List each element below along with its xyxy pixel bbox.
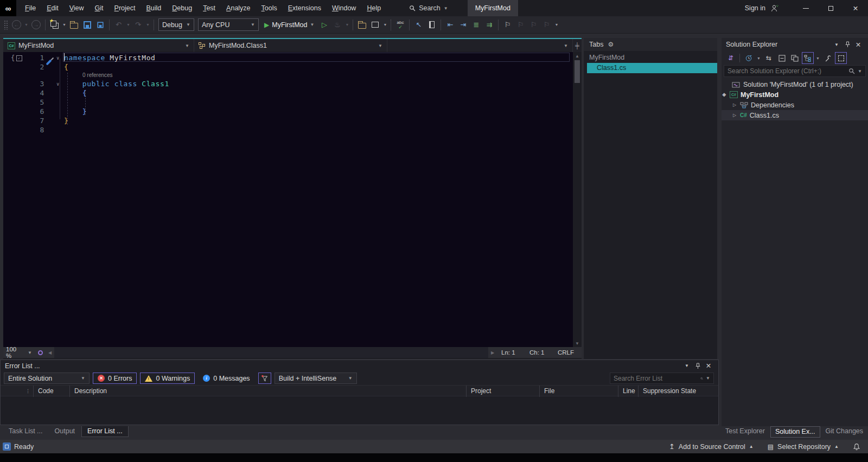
menu-test[interactable]: Test — [197, 0, 221, 16]
close-icon[interactable]: ✕ — [703, 362, 714, 370]
add-to-source-control-button[interactable]: ↥ Add to Source Control ▲ — [669, 442, 754, 451]
menu-file[interactable]: File — [20, 0, 41, 16]
decrease-indent-button[interactable]: ⇤ — [444, 18, 456, 31]
redo-button[interactable]: ↷ — [132, 18, 144, 31]
filter-button[interactable] — [258, 373, 271, 384]
errors-filter-button[interactable]: ✕ 0 Errors — [93, 373, 137, 384]
close-button[interactable]: ✕ — [843, 0, 868, 16]
scroll-up-arrow[interactable]: ▲ — [575, 52, 579, 60]
tab-solution-explorer[interactable]: Solution Ex... — [770, 426, 820, 438]
severity-column-icon[interactable]: ⋮ — [21, 386, 30, 397]
document-health-icon[interactable] — [35, 350, 46, 355]
expander-expanded-icon[interactable]: ◼ — [720, 91, 727, 98]
column-project[interactable]: Project — [466, 386, 491, 397]
notifications-bell-icon[interactable] — [853, 443, 860, 451]
tab-error-list[interactable]: Error List ... — [81, 426, 129, 437]
new-project-dropdown[interactable]: ▼ — [61, 18, 67, 31]
tab-output[interactable]: Output — [49, 426, 81, 437]
find-in-files-button[interactable] — [356, 18, 368, 31]
properties-button[interactable] — [822, 52, 834, 64]
chevron-down-icon[interactable]: ▼ — [831, 42, 842, 47]
open-file-button[interactable] — [68, 18, 80, 31]
preview-window-dropdown[interactable]: ▼ — [382, 18, 388, 31]
start-without-debugging-button[interactable]: ▷ — [318, 18, 330, 31]
chevron-down-icon[interactable]: ▼ — [681, 363, 692, 368]
filter-dropdown[interactable]: ▼ — [756, 52, 762, 65]
warnings-filter-button[interactable]: 0 Warnings — [140, 373, 195, 384]
column-file[interactable]: File — [539, 386, 554, 397]
undo-dropdown[interactable]: ▼ — [125, 18, 131, 31]
previous-bookmark-button[interactable]: ⚐ — [514, 18, 527, 31]
tree-item-class1[interactable]: ▷ C# Class1.cs — [722, 110, 868, 120]
messages-filter-button[interactable]: i 0 Messages — [198, 373, 254, 384]
menu-tools[interactable]: Tools — [256, 0, 283, 16]
increase-indent-button[interactable]: ⇥ — [457, 18, 469, 31]
menu-analyze[interactable]: Analyze — [221, 0, 256, 16]
scope-dropdown[interactable]: Entire Solution▼ — [4, 373, 90, 384]
preview-window-button[interactable] — [369, 18, 381, 31]
hot-reload-button[interactable]: ♨ — [331, 18, 343, 31]
clear-bookmarks-button[interactable]: ⚐ — [540, 18, 553, 31]
scroll-down-arrow[interactable]: ▼ — [575, 339, 579, 347]
code-editor[interactable]: {↙ 1 ∨ namespace MyFirstMod 2 — [3, 52, 573, 347]
expander-collapsed-icon[interactable]: ▷ — [732, 102, 737, 107]
drag-handle-icon[interactable] — [4, 20, 8, 30]
close-icon[interactable]: ✕ — [853, 41, 864, 49]
menu-view[interactable]: View — [64, 0, 90, 16]
solution-search-box[interactable]: ▼ — [724, 65, 866, 77]
tree-item-dependencies[interactable]: ▷ Dependencies — [722, 100, 868, 110]
hot-reload-dropdown[interactable]: ▼ — [344, 18, 350, 31]
navigate-back-button[interactable]: ← — [10, 18, 23, 31]
source-dropdown[interactable]: Build + IntelliSense▼ — [275, 373, 357, 384]
spell-check-button[interactable]: abc✓ — [394, 18, 406, 31]
pending-changes-filter-button[interactable] — [743, 52, 755, 64]
save-button[interactable] — [81, 18, 93, 31]
error-list-search-input[interactable] — [614, 375, 698, 382]
codelens-references[interactable]: 0 references — [82, 72, 113, 78]
pin-icon[interactable] — [692, 363, 703, 369]
minimize-button[interactable] — [793, 0, 818, 16]
tab-test-explorer[interactable]: Test Explorer — [721, 426, 769, 438]
select-repository-button[interactable]: ▤ Select Repository ▲ — [768, 443, 839, 451]
gear-icon[interactable]: ⚙ — [608, 41, 614, 48]
menu-extensions[interactable]: Extensions — [283, 0, 327, 16]
menu-debug[interactable]: Debug — [167, 0, 197, 16]
copy-view-button[interactable] — [789, 52, 801, 64]
expander-collapsed-icon[interactable]: ▷ — [732, 113, 737, 118]
format-document-button[interactable] — [425, 18, 438, 31]
comment-button[interactable]: ≣ — [470, 18, 482, 31]
tree-item-project[interactable]: ◼ C# MyFirstMod — [722, 89, 868, 100]
restore-button[interactable] — [818, 0, 843, 16]
uncomment-button[interactable]: ⇉ — [483, 18, 495, 31]
switch-views-button[interactable]: ⇵ — [725, 52, 737, 64]
toggle-bookmark-button[interactable]: ⚐ — [501, 18, 514, 31]
menu-help[interactable]: Help — [361, 0, 386, 16]
hscroll-left-arrow[interactable]: ◀ — [46, 350, 54, 355]
column-code[interactable]: Code — [33, 386, 54, 397]
error-list-body[interactable] — [1, 396, 718, 424]
tab-class1[interactable]: Class1.cs — [587, 63, 717, 73]
solution-search-input[interactable] — [727, 67, 846, 75]
menu-build[interactable]: Build — [141, 0, 167, 16]
show-all-files-dropdown[interactable]: ▼ — [815, 52, 821, 65]
tab-git-changes[interactable]: Git Changes — [821, 426, 867, 438]
cursor-select-button[interactable]: ↖ — [412, 18, 425, 31]
configuration-dropdown[interactable]: Debug▼ — [158, 18, 194, 31]
menu-window[interactable]: Window — [327, 0, 361, 16]
zoom-level-dropdown[interactable]: 100 %▼ — [3, 347, 35, 358]
next-bookmark-button[interactable]: ⚐ — [527, 18, 540, 31]
menu-project[interactable]: Project — [109, 0, 141, 16]
nav-project-dropdown[interactable]: C# MyFirstMod ▼ — [3, 39, 194, 52]
nav-type-dropdown[interactable]: MyFirstMod.Class1 ▼ — [194, 39, 387, 52]
profile-icon[interactable] — [771, 4, 779, 12]
start-debugging-button[interactable]: ▶ MyFirstMod ▼ — [261, 18, 317, 31]
column-line[interactable]: Line — [618, 386, 635, 397]
vs-logo-icon[interactable]: ∞ — [0, 0, 16, 16]
navigate-back-dropdown[interactable]: ▼ — [23, 18, 29, 31]
split-editor-button[interactable]: ╪ — [573, 39, 582, 52]
collapse-all-button[interactable] — [776, 52, 788, 64]
navigate-forward-button[interactable]: → — [30, 18, 42, 31]
show-all-files-button[interactable] — [802, 52, 814, 64]
editor-horizontal-scrollbar[interactable] — [54, 347, 488, 358]
line-indicator[interactable]: Ln: 1 — [497, 349, 525, 356]
